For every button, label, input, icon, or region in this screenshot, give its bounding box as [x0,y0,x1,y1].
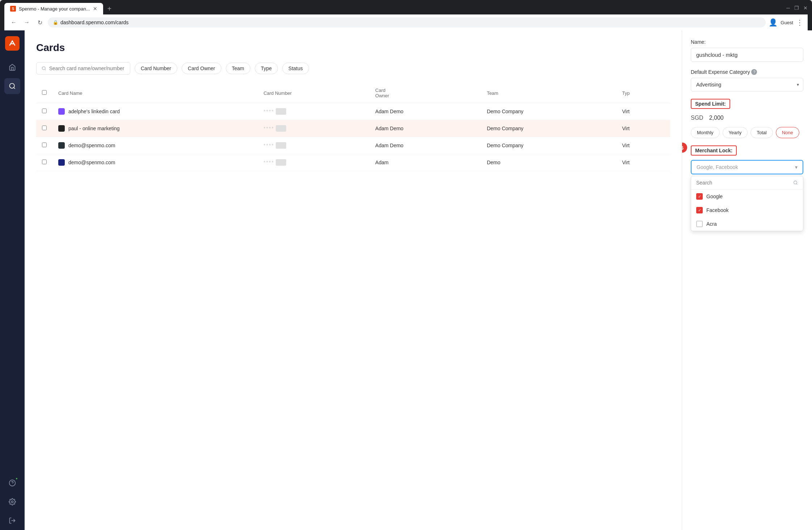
card-team: Demo [481,154,616,171]
name-label: Name: [691,39,803,45]
merchant-dropdown[interactable]: Google, Facebook ▾ [691,160,803,174]
right-panel: 6 Name: Default Expense Category ? Adver… [682,30,812,530]
currency-label: SGD [691,115,703,121]
card-name: demo@spenmo.com [68,143,115,148]
expense-category-select[interactable]: Advertising Marketing Travel Office Supp… [691,78,803,92]
merchant-item-facebook[interactable]: Facebook [691,203,803,217]
step-badge: 6 [682,143,687,153]
sidebar [0,30,25,530]
merchant-checkbox[interactable] [696,221,703,227]
masked-last [276,125,286,132]
merchant-item-acra[interactable]: Acra [691,217,803,231]
tab-title: Spenmo - Manage your compan... [19,6,90,12]
svg-point-0 [10,84,14,88]
period-buttons: MonthlyYearlyTotalNone [691,127,803,138]
masked-dots: **** [263,126,274,131]
filter-card-owner[interactable]: Card Owner [182,63,221,74]
merchant-checkbox[interactable] [696,207,703,213]
sidebar-item-home[interactable] [4,59,20,75]
merchant-placeholder: Google, Facebook [697,164,738,170]
forward-button[interactable]: → [22,17,32,27]
masked-last [276,142,286,149]
period-btn-total[interactable]: Total [750,127,773,138]
row-checkbox[interactable] [42,143,47,147]
svg-point-4 [12,501,13,503]
tab-close-button[interactable]: ✕ [93,6,97,12]
card-owner: Adam Demo [369,103,481,120]
select-all-checkbox[interactable] [42,90,47,95]
card-type: Virt [616,154,670,171]
name-input[interactable] [691,48,803,62]
card-type: Virt [616,120,670,137]
reload-button[interactable]: ↻ [35,17,45,27]
card-name: adelphe's linkedin card [68,109,120,114]
svg-point-8 [794,181,797,184]
table-row[interactable]: demo@spenmo.com **** Adam Demo Demo Comp… [36,137,670,154]
period-btn-yearly[interactable]: Yearly [723,127,748,138]
row-checkbox[interactable] [42,126,47,130]
card-name: paul - online marketing [68,126,120,131]
merchant-name: Acra [706,221,717,227]
close-window-button[interactable]: ✕ [803,5,808,11]
row-checkbox[interactable] [42,160,47,164]
merchant-name: Google [706,194,723,199]
address-bar[interactable]: 🔒 dashboard.spenmo.com/cards [48,17,766,27]
sidebar-item-help[interactable] [4,475,20,491]
card-name: demo@spenmo.com [68,160,115,165]
amount-value: 2,000 [709,115,724,121]
card-team: Demo Company [481,103,616,120]
lock-icon: 🔒 [53,20,58,25]
back-button[interactable]: ← [9,17,19,27]
card-color-dot [58,108,65,115]
card-owner: Adam Demo [369,137,481,154]
search-box[interactable] [36,62,130,75]
page-title: Cards [36,42,670,54]
merchant-lock-header: Merchant Lock: [691,145,737,156]
table-row[interactable]: paul - online marketing **** Adam Demo D… [36,120,670,137]
col-card-owner: CardOwner [369,83,481,103]
col-team: Team [481,83,616,103]
search-icon [42,66,46,71]
card-type: Virt [616,103,670,120]
search-input[interactable] [49,65,125,71]
sidebar-item-settings[interactable] [4,494,20,510]
card-team: Demo Company [481,137,616,154]
period-btn-none[interactable]: None [776,127,799,138]
card-type: Virt [616,137,670,154]
notification-badge [15,477,18,480]
card-color-dot [58,142,65,149]
profile-icon: 👤 [769,18,778,27]
sidebar-item-cards[interactable] [4,78,20,94]
table-row[interactable]: adelphe's linkedin card **** Adam Demo D… [36,103,670,120]
browser-menu-button[interactable]: ⋮ [796,18,803,27]
merchant-search-input[interactable] [696,180,790,186]
card-color-dot [58,159,65,166]
filter-card-number[interactable]: Card Number [135,63,177,74]
spend-limit-amount: SGD 2,000 [691,115,803,121]
minimize-button[interactable]: ─ [786,5,790,11]
period-btn-monthly[interactable]: Monthly [691,127,720,138]
card-color-dot [58,125,65,132]
search-filter-row: Card Number Card Owner Team Type Status [36,62,670,75]
svg-line-1 [14,88,15,89]
profile-name: Guest [781,20,793,25]
merchant-dropdown-list: Google Facebook Acra [691,176,803,231]
url-text: dashboard.spenmo.com/cards [60,20,128,25]
card-owner: Adam [369,154,481,171]
col-type: Typ [616,83,670,103]
merchant-checkbox[interactable] [696,193,703,200]
masked-dots: **** [263,160,274,165]
maximize-button[interactable]: ❐ [794,5,799,11]
sidebar-item-logout[interactable] [4,513,20,529]
new-tab-button[interactable]: + [105,3,115,14]
row-checkbox[interactable] [42,109,47,113]
table-row[interactable]: demo@spenmo.com **** Adam Demo Virt [36,154,670,171]
expense-category-label: Default Expense Category ? [691,69,803,75]
col-card-name: Card Name [52,83,258,103]
filter-status[interactable]: Status [282,63,309,74]
expense-category-info-icon[interactable]: ? [751,69,757,75]
col-card-number: Card Number [258,83,369,103]
merchant-item-google[interactable]: Google [691,190,803,203]
filter-type[interactable]: Type [255,63,278,74]
filter-team[interactable]: Team [226,63,250,74]
